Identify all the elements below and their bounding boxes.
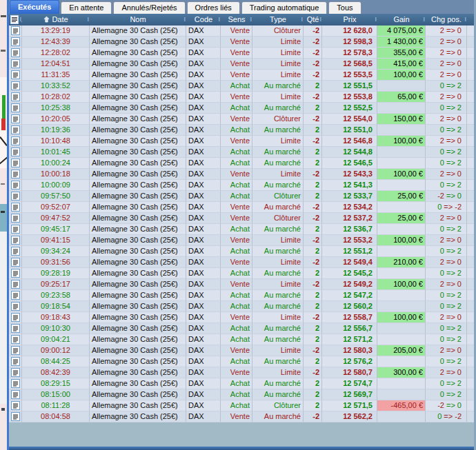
order-details-button[interactable]	[9, 158, 22, 169]
table-row[interactable]: 08:15:00Allemagne 30 Cash (25€)DAXAchatA…	[9, 389, 474, 400]
table-row[interactable]: 08:04:58Allemagne 30 Cash (25€)DAXVenteA…	[9, 411, 474, 422]
table-row[interactable]: 09:10:30Allemagne 30 Cash (25€)DAXAchatA…	[9, 323, 474, 334]
order-details-button[interactable]	[9, 312, 22, 323]
order-details-button[interactable]	[9, 279, 22, 290]
table-row[interactable]: 09:28:19Allemagne 30 Cash (25€)DAXAchatA…	[9, 268, 474, 279]
order-details-button[interactable]	[9, 81, 22, 92]
document-icon	[10, 258, 20, 267]
column-header-code[interactable]: Code	[186, 14, 221, 25]
table-row[interactable]: 09:57:50Allemagne 30 Cash (25€)DAXAchatC…	[9, 191, 474, 202]
tab-trading-automatique[interactable]: Trading automatique	[241, 1, 328, 14]
table-row[interactable]: 09:31:56Allemagne 30 Cash (25€)DAXVenteL…	[9, 257, 474, 268]
column-header-date[interactable]: Date	[22, 14, 90, 25]
order-details-button[interactable]	[9, 180, 22, 191]
cell-gain: 100,00 €	[377, 312, 426, 323]
document-icon[interactable]	[10, 15, 19, 24]
table-row[interactable]: 09:18:54Allemagne 30 Cash (25€)DAXAchatA…	[9, 301, 474, 312]
table-row[interactable]: 10:00:24Allemagne 30 Cash (25€)DAXAchatA…	[9, 158, 474, 169]
table-row[interactable]: 08:44:25Allemagne 30 Cash (25€)DAXAchatA…	[9, 356, 474, 367]
table-row[interactable]: 10:00:09Allemagne 30 Cash (25€)DAXAchatA…	[9, 180, 474, 191]
table-row[interactable]: 12:04:51Allemagne 30 Cash (25€)DAXVenteL…	[9, 59, 474, 70]
table-row[interactable]: 09:04:21Allemagne 30 Cash (25€)DAXAchatA…	[9, 334, 474, 345]
column-header-gain[interactable]: Gain	[377, 14, 426, 25]
table-row[interactable]: 09:34:24Allemagne 30 Cash (25€)DAXAchatA…	[9, 246, 474, 257]
table-row[interactable]: 08:42:39Allemagne 30 Cash (25€)DAXVenteL…	[9, 367, 474, 378]
table-row[interactable]: 11:31:35Allemagne 30 Cash (25€)DAXVenteL…	[9, 70, 474, 81]
table-row[interactable]: 10:28:02Allemagne 30 Cash (25€)DAXVenteL…	[9, 92, 474, 103]
order-details-button[interactable]	[9, 301, 22, 312]
order-details-button[interactable]	[9, 257, 22, 268]
table-row[interactable]: 10:00:18Allemagne 30 Cash (25€)DAXVenteL…	[9, 169, 474, 180]
column-header-nom[interactable]: Nom	[90, 14, 186, 25]
table-row[interactable]: 12:43:39Allemagne 30 Cash (25€)DAXVenteL…	[9, 37, 474, 48]
table-row[interactable]: 09:23:58Allemagne 30 Cash (25€)DAXAchatA…	[9, 290, 474, 301]
table-row[interactable]: 10:10:48Allemagne 30 Cash (25€)DAXVenteL…	[9, 136, 474, 147]
order-details-button[interactable]	[9, 378, 22, 389]
tab-annules-rejetes[interactable]: Annulés/Rejetés	[113, 1, 185, 14]
table-row[interactable]: 09:00:12Allemagne 30 Cash (25€)DAXVenteL…	[9, 345, 474, 356]
order-details-button[interactable]	[9, 92, 22, 103]
cell-code: DAX	[186, 59, 221, 70]
column-header-chg[interactable]: Chg pos.	[426, 14, 467, 25]
column-header-qty[interactable]: Qté	[304, 14, 322, 25]
order-details-button[interactable]	[9, 323, 22, 334]
document-icon	[10, 158, 20, 167]
order-details-button[interactable]	[9, 125, 22, 136]
cell-nom: Allemagne 30 Cash (25€)	[90, 246, 186, 257]
tab-ordres-lies[interactable]: Ordres liés	[187, 1, 240, 14]
order-details-button[interactable]	[9, 114, 22, 125]
table-row[interactable]: 08:11:28Allemagne 30 Cash (25€)DAXAchatC…	[9, 400, 474, 411]
order-details-button[interactable]	[9, 48, 22, 59]
cell-gain: 100,00 €	[377, 235, 426, 246]
cell-chg-pos: 0 => 2	[426, 301, 467, 312]
table-row[interactable]: 08:29:15Allemagne 30 Cash (25€)DAXAchatA…	[9, 378, 474, 389]
cell-chg-pos: 0 => 2	[426, 389, 467, 400]
table-row[interactable]: 10:19:36Allemagne 30 Cash (25€)DAXAchatA…	[9, 125, 474, 136]
table-row[interactable]: 09:47:52Allemagne 30 Cash (25€)DAXVenteC…	[9, 213, 474, 224]
table-row[interactable]: 10:20:05Allemagne 30 Cash (25€)DAXVenteC…	[9, 114, 474, 125]
table-row[interactable]: 10:33:52Allemagne 30 Cash (25€)DAXAchatA…	[9, 81, 474, 92]
table-row[interactable]: 09:45:17Allemagne 30 Cash (25€)DAXAchatA…	[9, 224, 474, 235]
order-details-button[interactable]	[9, 345, 22, 356]
order-details-button[interactable]	[9, 213, 22, 224]
table-row[interactable]: 09:52:07Allemagne 30 Cash (25€)DAXVenteA…	[9, 202, 474, 213]
cell-gain: -465,00 €	[377, 400, 426, 411]
order-details-button[interactable]	[9, 290, 22, 301]
table-row[interactable]: 09:41:15Allemagne 30 Cash (25€)DAXVenteL…	[9, 235, 474, 246]
cell-prix: 12 551,2	[322, 246, 377, 257]
table-row[interactable]: 12:28:02Allemagne 30 Cash (25€)DAXVenteL…	[9, 48, 474, 59]
order-details-button[interactable]	[9, 411, 22, 422]
order-details-button[interactable]	[9, 59, 22, 70]
order-details-button[interactable]	[9, 103, 22, 114]
order-details-button[interactable]	[9, 367, 22, 378]
order-details-button[interactable]	[9, 268, 22, 279]
order-details-button[interactable]	[9, 25, 22, 37]
order-details-button[interactable]	[9, 202, 22, 213]
table-row[interactable]: 09:18:43Allemagne 30 Cash (25€)DAXVenteL…	[9, 312, 474, 323]
order-details-button[interactable]	[9, 136, 22, 147]
order-details-button[interactable]	[9, 334, 22, 345]
column-header-prix[interactable]: Prix	[322, 14, 377, 25]
cell-chg-pos: 0 => -2	[426, 411, 467, 422]
tab-tous[interactable]: Tous	[328, 1, 361, 14]
table-row[interactable]: 10:01:45Allemagne 30 Cash (25€)DAXAchatA…	[9, 147, 474, 158]
column-header-sens[interactable]: Sens	[221, 14, 252, 25]
order-details-button[interactable]	[9, 356, 22, 367]
order-details-button[interactable]	[9, 389, 22, 400]
tab-en-attente[interactable]: En attente	[61, 1, 112, 14]
order-details-button[interactable]	[9, 235, 22, 246]
table-row[interactable]: 09:25:17Allemagne 30 Cash (25€)DAXVenteL…	[9, 279, 474, 290]
order-details-button[interactable]	[9, 246, 22, 257]
order-details-button[interactable]	[9, 70, 22, 81]
table-row[interactable]: 13:29:19Allemagne 30 Cash (25€)DAXVenteC…	[9, 25, 474, 37]
order-details-button[interactable]	[9, 147, 22, 158]
order-details-button[interactable]	[9, 400, 22, 411]
order-details-button[interactable]	[9, 191, 22, 202]
order-details-button[interactable]	[9, 169, 22, 180]
order-details-button[interactable]	[9, 37, 22, 48]
table-row[interactable]: 10:25:38Allemagne 30 Cash (25€)DAXAchatA…	[9, 103, 474, 114]
tab-executes[interactable]: Exécutés	[10, 0, 59, 14]
order-details-button[interactable]	[9, 224, 22, 235]
column-header-type[interactable]: Type	[252, 14, 304, 25]
cell-code: DAX	[186, 147, 221, 158]
